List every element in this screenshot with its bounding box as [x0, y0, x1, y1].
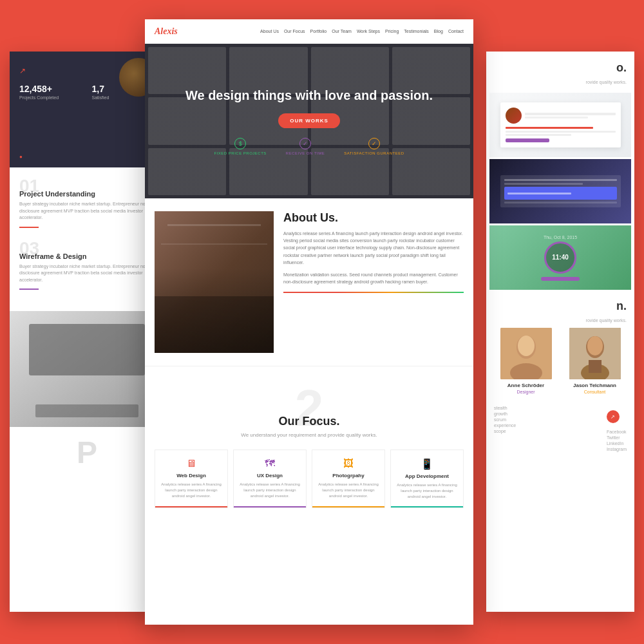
portfolio-item-2[interactable] [489, 159, 631, 223]
team-member-2: Jason Telchmann Consultant [563, 328, 627, 394]
about-image-overlay [155, 268, 274, 353]
tags-section: stealth growth scrum experience scope [494, 401, 516, 453]
hero-feature-fixed-price: $ FIXED PRICE PROJECTS [214, 138, 267, 155]
portfolio-grid: Thu, Oct 8, 2015 11:40 [486, 90, 634, 293]
laptop-image [10, 311, 164, 427]
team-photo-1 [500, 328, 552, 379]
team-role-1: Designer [494, 390, 558, 394]
svg-point-3 [518, 336, 535, 356]
focus-card-web-design: 🖥 Web Design Analytics release series A … [155, 450, 228, 508]
ux-design-text: Analytics release series A financing lau… [238, 482, 302, 499]
social-instagram[interactable]: Instagram [607, 447, 627, 451]
nav-team[interactable]: Our Team [332, 29, 352, 33]
step-item-3: 03 Wireframe & Design Buyer strategy inc… [19, 240, 155, 290]
ux-design-title: UX Design [238, 473, 302, 478]
nav-about[interactable]: About Us [260, 29, 279, 33]
hero-cta-button[interactable]: OUR WORKS [278, 113, 340, 128]
trend-icon: ↗ [19, 66, 26, 75]
team-grid: Anne Schröder Designer Jason Telchmann C… [494, 328, 627, 394]
tag-scope: scope [494, 429, 516, 433]
nav-worksteps[interactable]: Work Steps [357, 29, 380, 33]
photography-icon: 🖼 [316, 458, 381, 469]
tag-growth: growth [494, 412, 516, 416]
on-time-icon: ✓ [299, 138, 311, 149]
portfolio-big-letter: P [77, 435, 97, 469]
step-divider-3 [19, 289, 39, 290]
hero-feature-on-time: ✓ RECEIVE ON TIME [286, 138, 325, 155]
focus-card-photography: 🖼 Photogrpahy Analytics release series A… [312, 450, 385, 508]
social-twitter[interactable]: Twitter [607, 435, 627, 440]
nav-contact[interactable]: Contact [448, 29, 464, 33]
tag-experience: experience [494, 423, 516, 428]
share-icon-area: ↗ [607, 410, 627, 423]
about-text-1: Analytics release series A financing lau… [283, 230, 464, 266]
app-dev-title: App Development [395, 473, 459, 479]
right-top-label: rovide quality works. [586, 80, 627, 84]
hero-features: $ FIXED PRICE PROJECTS ✓ RECEIVE ON TIME… [185, 138, 433, 155]
social-section: ↗ Facebook Twitter LinkedIn Instagram [607, 401, 627, 453]
app-dev-icon: 📱 [395, 458, 459, 470]
hero-content: We design things with love and passion. … [166, 87, 452, 155]
tag-list: stealth growth scrum experience scope [494, 406, 516, 433]
projects-label: Projects Completed [19, 95, 82, 100]
web-design-title: Web Design [159, 473, 223, 478]
right-card: o. rovide quality works. [486, 52, 634, 612]
satisfaction-label: SATISFACTION GURANTEED [344, 151, 404, 155]
share-icon[interactable]: ↗ [607, 410, 620, 423]
about-title: About Us. [283, 211, 464, 225]
step-title-3: Wireframe & Design [19, 252, 155, 260]
navbar: Alexis About Us Our Focus Portfolio Our … [145, 19, 473, 44]
focus-title: Our Focus. [155, 415, 464, 428]
photography-text: Analytics release series A financing lau… [316, 482, 381, 499]
step-text-1: Buyer strategy incubator niche market st… [19, 201, 155, 222]
portfolio-label: P [10, 427, 164, 473]
social-linkedin[interactable]: LinkedIn [607, 441, 627, 446]
about-text-2: Monetization validation success. Seed ro… [283, 271, 464, 285]
about-image [155, 211, 274, 353]
team-photo-2 [569, 328, 621, 379]
photography-title: Photogrpahy [316, 473, 381, 478]
social-facebook[interactable]: Facebook [607, 430, 627, 434]
web-design-icon: 🖥 [159, 458, 223, 469]
nav-pricing[interactable]: Pricing [385, 29, 399, 33]
focus-section: 2 Our Focus. We understand your requirem… [145, 366, 473, 521]
hero-section: We design things with love and passion. … [145, 44, 473, 198]
team-role-2: Consultant [563, 390, 627, 394]
team-name-2: Jason Telchmann [563, 383, 627, 388]
brand-logo[interactable]: Alexis [155, 26, 260, 37]
projects-number: 12,458+ [19, 84, 82, 94]
tag-scrum: scrum [494, 417, 516, 422]
nav-testimonials[interactable]: Testimonials [404, 29, 429, 33]
nav-links: About Us Our Focus Portfolio Our Team Wo… [260, 29, 464, 33]
focus-card-app-dev: 📱 App Development Analytics release seri… [390, 450, 464, 508]
step-title-1: Project Understanding [19, 190, 155, 198]
svg-point-7 [587, 336, 603, 355]
portfolio-item-3[interactable]: Thu, Oct 8, 2015 11:40 [489, 225, 631, 290]
nav-focus[interactable]: Our Focus [284, 29, 305, 33]
nav-portfolio[interactable]: Portfolio [310, 29, 327, 33]
steps-section: 01 Project Understanding Buyer strategy … [10, 167, 164, 311]
fixed-price-label: FIXED PRICE PROJECTS [214, 151, 267, 155]
svg-rect-8 [589, 360, 601, 373]
clock-date: Thu, Oct 8, 2015 [541, 235, 580, 240]
focus-subtitle: We understand your requirement and provi… [155, 432, 464, 438]
step-text-3: Buyer strategy incubator niche market st… [19, 263, 155, 284]
left-card: ↗ 12,458+ Projects Completed 1,7 Satisfi… [10, 52, 164, 612]
hero-feature-satisfaction: ✓ SATISFACTION GURANTEED [344, 138, 404, 155]
ux-design-icon: 🗺 [238, 458, 302, 469]
portfolio-item-1[interactable] [489, 93, 631, 157]
stats-section: ↗ 12,458+ Projects Completed 1,7 Satisfi… [10, 52, 164, 167]
about-divider [283, 292, 464, 293]
right-top-area: o. rovide quality works. [486, 52, 634, 90]
main-website: Alexis About Us Our Focus Portfolio Our … [145, 19, 473, 625]
projects-stat: 12,458+ Projects Completed [19, 84, 82, 100]
fixed-price-icon: $ [234, 138, 246, 149]
focus-card-ux-design: 🗺 UX Design Analytics release series A f… [233, 450, 307, 508]
right-bottom: n. rovide quality works. Anne Schröder D… [486, 293, 634, 459]
web-design-text: Analytics release series A financing lau… [159, 482, 223, 499]
team-member-1: Anne Schröder Designer [494, 328, 558, 394]
social-links: Facebook Twitter LinkedIn Instagram [607, 430, 627, 451]
focus-grid: 🖥 Web Design Analytics release series A … [155, 450, 464, 508]
right-quality-label: n. rovide quality works. [494, 299, 627, 325]
nav-blog[interactable]: Blog [434, 29, 443, 33]
